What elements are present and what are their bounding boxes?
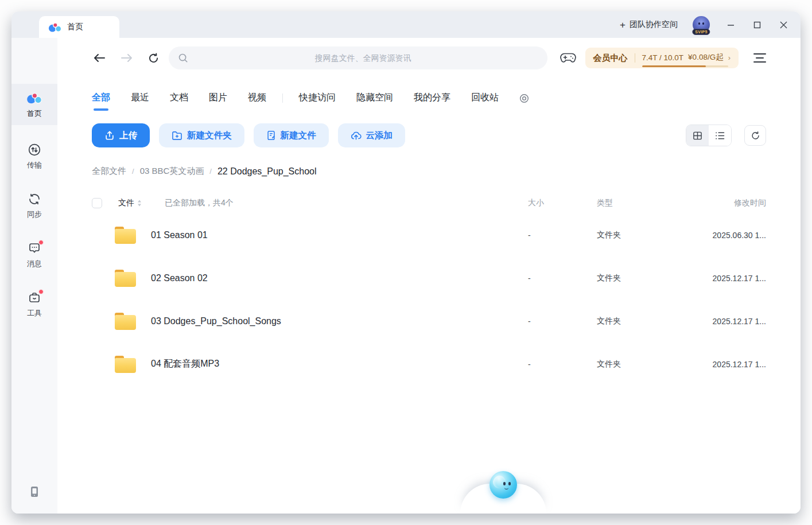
sync-icon — [26, 192, 42, 207]
file-name: 04 配套音频MP3 — [151, 358, 219, 370]
select-all-checkbox[interactable] — [92, 198, 102, 208]
tab-home[interactable]: 首页 — [39, 16, 119, 38]
file-row[interactable]: 03 Dodges_Pup_School_Songs - 文件夹 2025.12… — [92, 300, 766, 343]
menu-button[interactable] — [753, 53, 766, 63]
sidebar-item-sync[interactable]: 同步 — [11, 187, 57, 224]
file-size: - — [528, 231, 597, 240]
tab-pictures[interactable]: 图片 — [209, 92, 227, 111]
tab-home-label: 首页 — [67, 22, 83, 32]
mascot-ball-icon — [489, 471, 517, 499]
tab-videos[interactable]: 视频 — [248, 92, 266, 111]
tab-recent[interactable]: 最近 — [131, 92, 149, 111]
file-name: 03 Dodges_Pup_School_Songs — [151, 316, 281, 326]
file-row[interactable]: 04 配套音频MP3 - 文件夹 2025.12.17 1... — [92, 343, 766, 386]
load-status: 已全部加载，共4个 — [165, 198, 234, 208]
tab-documents[interactable]: 文档 — [170, 92, 188, 111]
view-toggle — [686, 125, 732, 146]
storage-progress-bar — [642, 65, 728, 67]
tab-hidden-space[interactable]: 隐藏空间 — [356, 92, 393, 111]
message-icon — [26, 241, 42, 256]
file-row[interactable]: 02 Season 02 - 文件夹 2025.12.17 1... — [92, 256, 766, 300]
list-view-button[interactable] — [709, 125, 731, 146]
chevron-right-icon: › — [728, 53, 731, 62]
breadcrumb-current: 22 Dodges_Pup_School — [217, 166, 317, 177]
sidebar-item-home[interactable]: 首页 — [11, 84, 57, 125]
svip-badge: SVIP5 — [692, 29, 710, 35]
file-size: - — [528, 274, 597, 283]
close-button[interactable] — [778, 19, 789, 30]
tabs-divider — [282, 94, 283, 103]
breadcrumb-root[interactable]: 全部文件 — [92, 166, 126, 177]
search-icon — [178, 53, 188, 63]
maximize-button[interactable] — [751, 19, 763, 30]
breadcrumb-parent[interactable]: 03 BBC英文动画 — [140, 166, 204, 177]
sidebar-item-messages[interactable]: 消息 — [11, 236, 57, 273]
back-button[interactable] — [92, 53, 107, 63]
sort-by-name[interactable]: 文件 — [118, 198, 142, 208]
mobile-device-button[interactable] — [11, 485, 57, 499]
browser-toolbar: 会员中心 7.4T / 10.0T ¥0.08/G起 › — [92, 46, 766, 69]
sidebar-item-label: 工具 — [27, 308, 42, 318]
folder-icon — [115, 227, 136, 244]
forward-button[interactable] — [119, 53, 134, 63]
member-center-button[interactable]: 会员中心 7.4T / 10.0T ¥0.08/G起 › — [585, 48, 739, 68]
refresh-list-button[interactable] — [744, 125, 766, 146]
file-modified: 2025.12.17 1... — [683, 274, 766, 283]
sort-icon — [137, 200, 142, 207]
member-center-label: 会员中心 — [593, 53, 628, 64]
new-folder-button[interactable]: 新建文件夹 — [159, 123, 244, 147]
games-button[interactable] — [560, 52, 576, 64]
assistant-mascot[interactable] — [460, 478, 546, 514]
avatar[interactable]: SVIP5 — [693, 16, 710, 33]
file-type: 文件夹 — [597, 273, 683, 283]
netdisk-logo-icon — [26, 91, 42, 106]
file-type: 文件夹 — [597, 316, 683, 326]
file-size: - — [528, 360, 597, 369]
cloud-add-button[interactable]: 云添加 — [338, 123, 406, 147]
tab-settings-button[interactable] — [519, 94, 529, 103]
tab-my-shares[interactable]: 我的分享 — [414, 92, 450, 111]
phone-icon — [29, 485, 40, 499]
notification-dot — [38, 240, 44, 245]
target-circle-icon — [519, 94, 529, 103]
column-type[interactable]: 类型 — [597, 198, 683, 208]
upload-button[interactable]: 上传 — [92, 123, 150, 147]
team-space-label: 团队协作空间 — [630, 20, 678, 30]
new-file-button[interactable]: 新建文件 — [254, 123, 329, 147]
column-size[interactable]: 大小 — [528, 198, 597, 208]
new-file-icon — [266, 130, 276, 141]
upload-icon — [104, 130, 115, 141]
gamepad-icon — [560, 52, 576, 64]
refresh-icon — [751, 131, 760, 141]
folder-icon — [115, 313, 136, 330]
file-size: - — [528, 317, 597, 326]
sidebar-item-tools[interactable]: 工具 — [11, 286, 57, 322]
file-row[interactable]: 01 Season 01 - 文件夹 2025.06.30 1... — [92, 213, 766, 256]
sidebar-item-label: 消息 — [27, 259, 42, 269]
maximize-icon — [753, 21, 761, 29]
tab-recycle-bin[interactable]: 回收站 — [471, 92, 499, 111]
storage-usage: 7.4T / 10.0T ¥0.08/G起 › — [642, 52, 731, 64]
tab-quick-access[interactable]: 快捷访问 — [299, 92, 336, 111]
minimize-button[interactable] — [725, 19, 736, 30]
sidebar-item-transfer[interactable]: 传输 — [11, 138, 57, 174]
file-name: 01 Season 01 — [151, 230, 208, 240]
close-icon — [780, 21, 787, 29]
grid-view-button[interactable] — [686, 125, 709, 146]
minimize-icon — [727, 21, 735, 29]
storage-price-text: ¥0.08/G起 — [688, 52, 724, 63]
search-bar[interactable] — [169, 46, 547, 69]
tools-icon — [26, 290, 42, 305]
file-name: 02 Season 02 — [151, 273, 208, 283]
team-space-button[interactable]: + 团队协作空间 — [620, 20, 678, 30]
tab-all[interactable]: 全部 — [92, 92, 110, 111]
storage-usage-text: 7.4T / 10.0T — [642, 53, 684, 62]
file-type: 文件夹 — [597, 359, 683, 370]
grid-view-icon — [693, 131, 702, 141]
main-content: 会员中心 7.4T / 10.0T ¥0.08/G起 › 全部 最近 文档 图片 — [57, 38, 801, 514]
action-bar: 上传 新建文件夹 新建文件 — [92, 123, 766, 147]
search-input[interactable] — [188, 53, 538, 63]
column-modified[interactable]: 修改时间 — [683, 198, 766, 208]
reload-button[interactable] — [146, 53, 161, 64]
file-modified: 2025.12.17 1... — [683, 317, 766, 326]
